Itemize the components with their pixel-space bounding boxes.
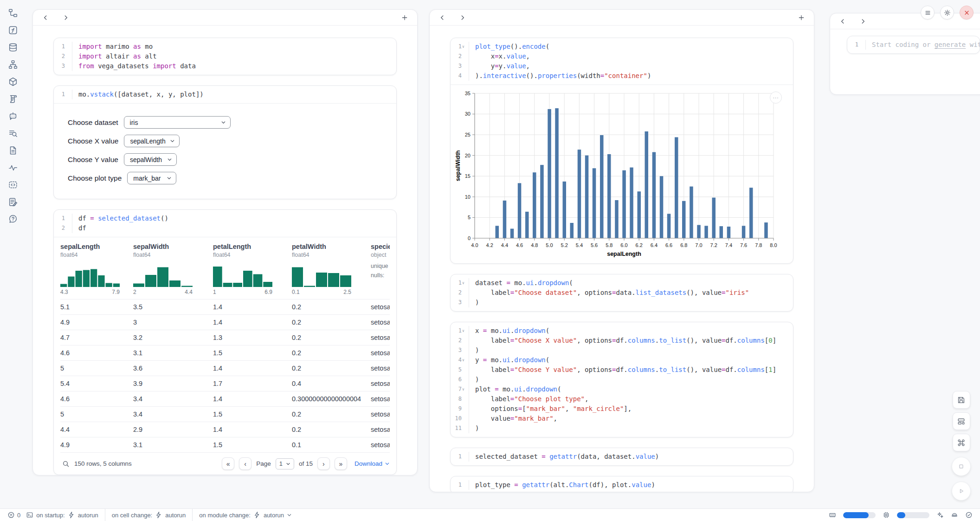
chevron-left-icon[interactable] xyxy=(838,16,848,26)
table-row[interactable]: 4.93.11.50.1setosa xyxy=(60,437,390,452)
table-row[interactable]: 5.43.91.70.4setosa xyxy=(60,376,390,391)
line-number: 4 xyxy=(451,71,469,81)
table-header-row: sepalLengthfloat644.37.9sepalWidthfloat6… xyxy=(60,238,390,299)
function-icon[interactable] xyxy=(7,25,19,36)
svg-text:8.0: 8.0 xyxy=(770,242,777,248)
copilot-icon[interactable] xyxy=(951,511,958,519)
empty-cell[interactable]: 1Start coding or generate with xyxy=(847,36,980,54)
chevron-right-icon[interactable] xyxy=(61,13,71,23)
fold-chevron-icon[interactable]: ∨ xyxy=(462,355,466,365)
column-header-petallength[interactable]: petalLengthfloat6416.9 xyxy=(213,243,292,295)
code-editor[interactable]: 1import marimo as mo2import altair as al… xyxy=(54,38,396,75)
code-editor[interactable]: 1∨x = mo.ui.dropdown(2 label="Choose X v… xyxy=(451,322,793,437)
code-editor[interactable]: 1plot_type = getattr(alt.Chart(df), plot… xyxy=(451,476,793,492)
plot-type-cell[interactable]: 1plot_type = getattr(alt.Chart(df), plot… xyxy=(450,476,793,492)
table-row[interactable]: 4.63.11.50.2setosa xyxy=(60,345,390,360)
code-editor[interactable]: 1∨plot_type().encode(2 x=x.value,3 y=y.v… xyxy=(451,38,793,85)
column-header-species[interactable]: speciesobjectuniquenulls: xyxy=(371,243,390,295)
add-cell-icon[interactable] xyxy=(796,13,806,23)
chevron-right-icon[interactable] xyxy=(458,13,468,23)
chevron-left-icon[interactable] xyxy=(40,13,51,23)
database-icon[interactable] xyxy=(7,42,19,53)
fold-chevron-icon[interactable]: ∨ xyxy=(462,42,466,52)
document-icon[interactable] xyxy=(7,145,19,156)
connection-check-icon[interactable] xyxy=(965,511,973,519)
choose-dataset-select[interactable]: iris xyxy=(124,116,231,129)
search-icon[interactable] xyxy=(62,460,70,468)
cell-output: sepalLengthfloat644.37.9sepalWidthfloat6… xyxy=(54,237,396,475)
code-editor[interactable]: 1mo.vstack([dataset, x, y, plot]) xyxy=(54,86,396,103)
imports-cell[interactable]: 1import marimo as mo2import altair as al… xyxy=(53,38,397,75)
code-text: label="Choose Y value", options=df.colum… xyxy=(469,365,776,375)
activity-icon[interactable] xyxy=(7,162,19,173)
dependency-graph-icon[interactable] xyxy=(7,59,19,70)
scratchpad-icon[interactable] xyxy=(7,196,19,208)
code-editor[interactable]: 1selected_dataset = getattr(data, datase… xyxy=(451,448,793,465)
choose-x-value-select[interactable]: sepalLength xyxy=(124,135,180,147)
ai-sparkles-icon[interactable] xyxy=(936,511,944,519)
svg-text:10: 10 xyxy=(465,194,471,200)
runtime-config-on-cell-change-[interactable]: on cell change:autorun xyxy=(109,511,189,519)
terminal-icon[interactable] xyxy=(26,511,33,519)
choose-y-value-select[interactable]: sepalWidth xyxy=(124,153,177,166)
dataframe-cell[interactable]: 1df = selected_dataset()2dfsepalLengthfl… xyxy=(53,209,397,475)
code-editor[interactable]: 1df = selected_dataset()2df xyxy=(54,210,396,237)
runtime-config-on-startup-[interactable]: on startup:autorun xyxy=(33,511,101,519)
table-row[interactable]: 53.61.40.2setosa xyxy=(60,360,390,376)
dataset-dropdown-cell[interactable]: 1∨dataset = mo.ui.dropdown(2 label="Choo… xyxy=(450,274,793,312)
gear-icon[interactable] xyxy=(940,6,954,20)
selected-dataset-cell[interactable]: 1selected_dataset = getattr(data, datase… xyxy=(450,448,793,466)
next-page-button[interactable]: › xyxy=(317,457,330,470)
bar-chart[interactable]: 4.04.24.44.64.85.05.25.45.65.86.06.26.46… xyxy=(453,90,781,260)
column-header-sepallength[interactable]: sepalLengthfloat644.37.9 xyxy=(60,243,133,295)
layout-icon[interactable] xyxy=(953,412,970,430)
choose-plot-type-select[interactable]: mark_bar xyxy=(127,172,176,184)
xy-plot-dropdowns-cell[interactable]: 1∨x = mo.ui.dropdown(2 label="Choose X v… xyxy=(450,322,793,437)
menu-icon[interactable] xyxy=(921,6,935,20)
vstack-cell[interactable]: 1mo.vstack([dataset, x, y, plot])Choose … xyxy=(53,85,397,199)
run-all-icon[interactable] xyxy=(952,482,971,501)
first-page-button[interactable]: « xyxy=(222,457,234,470)
chevron-right-icon[interactable] xyxy=(858,16,868,26)
logs-icon[interactable] xyxy=(7,93,19,104)
snippets-icon[interactable] xyxy=(7,179,19,190)
window-actions xyxy=(921,6,974,20)
fold-chevron-icon[interactable]: ∨ xyxy=(462,278,466,288)
previous-page-button[interactable]: ‹ xyxy=(239,457,251,470)
save-icon[interactable] xyxy=(953,391,970,409)
file-tree-icon[interactable] xyxy=(7,7,19,19)
table-row[interactable]: 4.42.91.40.2setosa xyxy=(60,422,390,437)
package-icon[interactable] xyxy=(7,76,19,87)
errors-indicator[interactable]: 0 xyxy=(7,511,20,519)
table-row[interactable]: 5.13.51.40.2setosa xyxy=(60,299,390,314)
fold-chevron-icon[interactable]: ∨ xyxy=(462,384,466,394)
search-list-icon[interactable] xyxy=(7,128,19,139)
stop-icon[interactable] xyxy=(952,457,971,476)
download-button[interactable]: Download xyxy=(355,460,390,467)
keyboard-shortcuts-icon[interactable] xyxy=(953,434,970,451)
notebook-column-1: 1import marimo as mo2import altair as al… xyxy=(32,9,418,475)
column-header-sepalwidth[interactable]: sepalWidthfloat6424.4 xyxy=(133,243,213,295)
plot-cell[interactable]: 1∨plot_type().encode(2 x=x.value,3 y=y.v… xyxy=(450,38,793,264)
page-select[interactable]: 1 xyxy=(276,458,294,469)
column-1-header xyxy=(33,10,417,26)
runtime-config-on-module-change-[interactable]: on module change:autorun xyxy=(196,511,295,519)
svg-text:7.2: 7.2 xyxy=(710,242,717,248)
table-row[interactable]: 4.73.21.30.2setosa xyxy=(60,330,390,345)
add-cell-icon[interactable] xyxy=(400,13,410,23)
table-row[interactable]: 4.931.40.2setosa xyxy=(60,314,390,330)
table-row[interactable]: 4.63.41.40.30000000000000004setosa xyxy=(60,391,390,406)
column-header-petalwidth[interactable]: petalWidthfloat640.12.5 xyxy=(292,243,371,295)
chart-options-icon[interactable]: ⋯ xyxy=(770,91,782,104)
code-editor[interactable]: 1Start coding or generate with xyxy=(847,36,980,53)
close-icon[interactable] xyxy=(960,6,974,20)
chatbot-icon[interactable] xyxy=(7,111,19,122)
fold-chevron-icon[interactable]: ∨ xyxy=(462,326,466,336)
table-row[interactable]: 53.41.50.2setosa xyxy=(60,406,390,422)
help-icon[interactable] xyxy=(7,214,19,225)
resource-indicators xyxy=(829,511,973,519)
line-number: 2 xyxy=(451,288,469,298)
chevron-left-icon[interactable] xyxy=(437,13,447,23)
last-page-button[interactable]: » xyxy=(335,457,347,470)
code-editor[interactable]: 1∨dataset = mo.ui.dropdown(2 label="Choo… xyxy=(451,274,793,311)
